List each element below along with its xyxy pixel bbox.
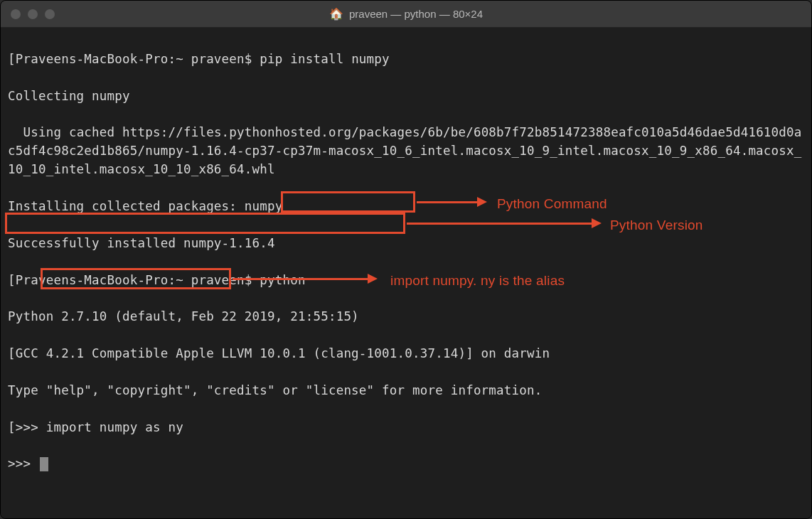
terminal-content[interactable]: [Praveens-MacBook-Pro:~ praveen$ pip ins… bbox=[1, 28, 811, 518]
close-button[interactable] bbox=[11, 9, 21, 19]
window-title-text: praveen — python — 80×24 bbox=[349, 8, 483, 20]
minimize-button[interactable] bbox=[28, 9, 38, 19]
output-text: Python 2.7.10 (default, Feb 22 2019, 21:… bbox=[8, 309, 359, 323]
output-text: Using cached https://files.pythonhosted.… bbox=[8, 125, 802, 176]
titlebar[interactable]: 🏠 praveen — python — 80×24 bbox=[1, 1, 811, 28]
output-text: Collecting numpy bbox=[8, 89, 130, 103]
command-text: pip install numpy bbox=[260, 52, 390, 66]
command-text: import numpy as ny bbox=[46, 420, 183, 434]
annotation-arrow bbox=[233, 278, 368, 280]
prompt: [>>> bbox=[8, 420, 46, 434]
arrow-head-icon bbox=[477, 197, 487, 207]
terminal-line: Python 2.7.10 (default, Feb 22 2019, 21:… bbox=[8, 308, 804, 326]
annotation-arrow bbox=[407, 223, 592, 225]
prompt: [Praveens-MacBook-Pro:~ praveen$ bbox=[8, 52, 260, 66]
output-text: [GCC 4.2.1 Compatible Apple LLVM 10.0.1 … bbox=[8, 346, 550, 360]
arrow-head-icon bbox=[368, 274, 378, 284]
prompt: >>> bbox=[8, 456, 38, 471]
terminal-line: Successfully installed numpy-1.16.4 bbox=[8, 235, 804, 253]
annotation-label: Python Version bbox=[610, 215, 703, 235]
annotation-label: Python Command bbox=[497, 194, 607, 214]
terminal-line: [GCC 4.2.1 Compatible Apple LLVM 10.0.1 … bbox=[8, 345, 804, 363]
terminal-line: Using cached https://files.pythonhosted.… bbox=[8, 124, 804, 179]
terminal-line: [>>> import numpy as ny bbox=[8, 419, 804, 437]
arrow-head-icon bbox=[592, 218, 602, 228]
traffic-lights bbox=[11, 9, 55, 19]
prompt: [Praveens-MacBook-Pro:~ praveen$ bbox=[8, 273, 260, 287]
annotation-arrow bbox=[417, 201, 477, 203]
terminal-line: [Praveens-MacBook-Pro:~ praveen$ pip ins… bbox=[8, 50, 804, 69]
terminal-line: Type "help", "copyright", "credits" or "… bbox=[8, 382, 804, 400]
terminal-line: Installing collected packages: numpy bbox=[8, 198, 804, 216]
terminal-window: 🏠 praveen — python — 80×24 [Praveens-Mac… bbox=[0, 0, 812, 519]
annotation-label: import numpy. ny is the alias bbox=[390, 271, 565, 291]
maximize-button[interactable] bbox=[45, 9, 55, 19]
cursor bbox=[40, 457, 48, 471]
output-text: Successfully installed numpy-1.16.4 bbox=[8, 236, 275, 250]
output-text: Type "help", "copyright", "credits" or "… bbox=[8, 383, 543, 397]
output-text: Installing collected packages: numpy bbox=[8, 199, 283, 213]
window-title: 🏠 praveen — python — 80×24 bbox=[329, 7, 483, 21]
home-icon: 🏠 bbox=[329, 7, 343, 21]
terminal-line: Collecting numpy bbox=[8, 87, 804, 106]
terminal-line: >>> bbox=[8, 455, 804, 473]
